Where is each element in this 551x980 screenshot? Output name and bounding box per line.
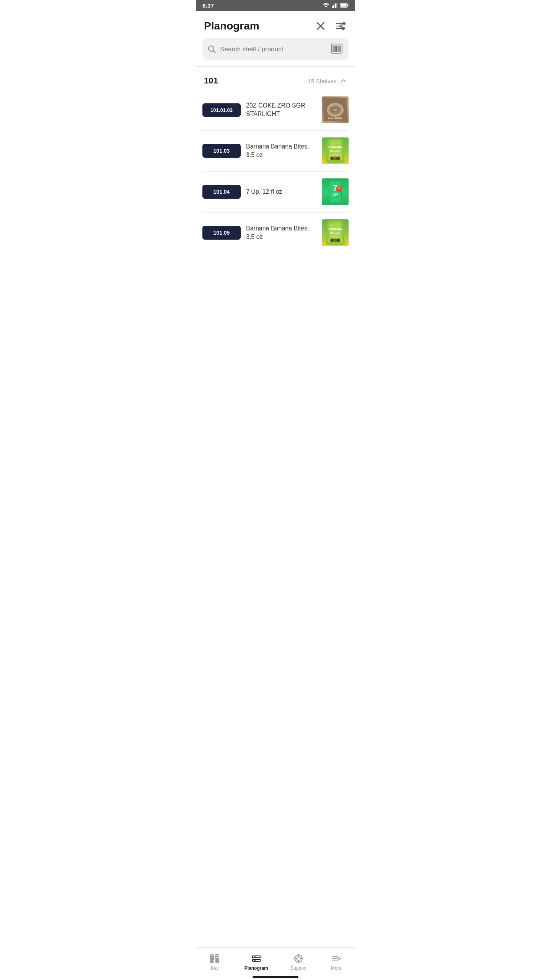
- svg-text:BITES: BITES: [332, 235, 339, 238]
- svg-text:BARNANA: BARNANA: [328, 228, 342, 230]
- status-bar: 6:37: [196, 0, 355, 11]
- svg-text:BITES: BITES: [332, 154, 339, 156]
- page-title: Planogram: [204, 20, 259, 32]
- barcode-icon: [331, 44, 342, 54]
- product-list: 101.01.02 20Z COKE ZRO SGR STARLIGHT PUL…: [196, 90, 355, 253]
- svg-text:PULL-APART: PULL-APART: [328, 117, 342, 119]
- svg-rect-2: [335, 3, 336, 8]
- product-code: 101.03: [202, 144, 241, 158]
- header-divider: [196, 66, 355, 67]
- product-image: BARNANA BANANA BITES: [322, 219, 349, 246]
- product-code: 101.04: [202, 185, 241, 199]
- list-item[interactable]: 101.01.02 20Z COKE ZRO SGR STARLIGHT PUL…: [202, 90, 349, 131]
- banana-bites-img2: BARNANA BANANA BITES: [324, 219, 347, 246]
- svg-point-47: [336, 238, 340, 242]
- cinnamon-roll-img: PULL-APART: [324, 98, 347, 121]
- svg-text:BANANA: BANANA: [330, 150, 341, 152]
- search-input[interactable]: [220, 46, 326, 53]
- barcode-scan-button[interactable]: [330, 43, 343, 56]
- svg-line-16: [213, 51, 215, 53]
- search-container: [196, 38, 355, 65]
- svg-text:BARNANA: BARNANA: [328, 146, 342, 149]
- filter-button[interactable]: [334, 20, 347, 32]
- svg-rect-6: [341, 4, 347, 7]
- svg-point-29: [333, 109, 337, 111]
- shelves-count: 15 Shelves: [308, 78, 336, 84]
- svg-text:BANANA: BANANA: [330, 232, 341, 234]
- product-thumbnail: BARNANA BANANA BITES: [322, 219, 349, 246]
- search-bar: [202, 38, 349, 60]
- svg-rect-3: [336, 3, 337, 8]
- header-actions: [315, 20, 347, 32]
- svg-text:UP: UP: [333, 193, 338, 197]
- list-item[interactable]: 101.03 Barnana Banana Bites, 3.5 oz BARN…: [202, 131, 349, 172]
- product-image: PULL-APART: [322, 96, 349, 123]
- svg-point-41: [336, 186, 342, 192]
- close-button[interactable]: [315, 20, 326, 32]
- product-thumbnail: PULL-APART: [322, 96, 349, 123]
- product-code: 101.05: [202, 226, 241, 240]
- product-image: BARNANA BANANA BITES: [322, 137, 349, 164]
- svg-rect-1: [333, 5, 334, 8]
- product-name: Barnana Banana Bites, 3.5 oz: [246, 224, 316, 242]
- svg-point-36: [336, 157, 340, 160]
- product-thumbnail: BARNANA BANANA BITES: [322, 137, 349, 164]
- wifi-icon: [323, 3, 329, 8]
- status-time: 6:37: [202, 2, 214, 9]
- section-header: 101 15 Shelves: [196, 68, 355, 90]
- battery-icon: [340, 3, 349, 8]
- product-name: Barnana Banana Bites, 3.5 oz: [246, 142, 316, 160]
- product-name: 7 Up, 12 fl oz: [246, 188, 316, 196]
- svg-rect-0: [332, 6, 333, 8]
- svg-rect-5: [348, 5, 349, 7]
- product-thumbnail: 7 UP: [322, 178, 349, 205]
- product-name: 20Z COKE ZRO SGR STARLIGHT: [246, 101, 316, 119]
- filter-icon: [336, 22, 346, 30]
- chevron-up-icon[interactable]: [339, 77, 347, 85]
- main-content: Planogram: [196, 11, 355, 287]
- list-item[interactable]: 101.05 Barnana Banana Bites, 3.5 oz BARN…: [202, 212, 349, 253]
- status-icons: [323, 3, 349, 8]
- section-number: 101: [204, 76, 218, 86]
- banana-bites-img: BARNANA BANANA BITES: [324, 137, 347, 164]
- close-icon: [316, 22, 325, 30]
- list-item[interactable]: 101.04 7 Up, 12 fl oz 7 UP: [202, 172, 349, 212]
- header: Planogram: [196, 11, 355, 38]
- 7up-img: 7 UP: [326, 178, 345, 205]
- section-meta: 15 Shelves: [308, 77, 347, 85]
- signal-icon: [332, 3, 338, 8]
- product-image: 7 UP: [322, 178, 349, 205]
- search-icon: [208, 45, 216, 54]
- product-code: 101.01.02: [202, 103, 241, 117]
